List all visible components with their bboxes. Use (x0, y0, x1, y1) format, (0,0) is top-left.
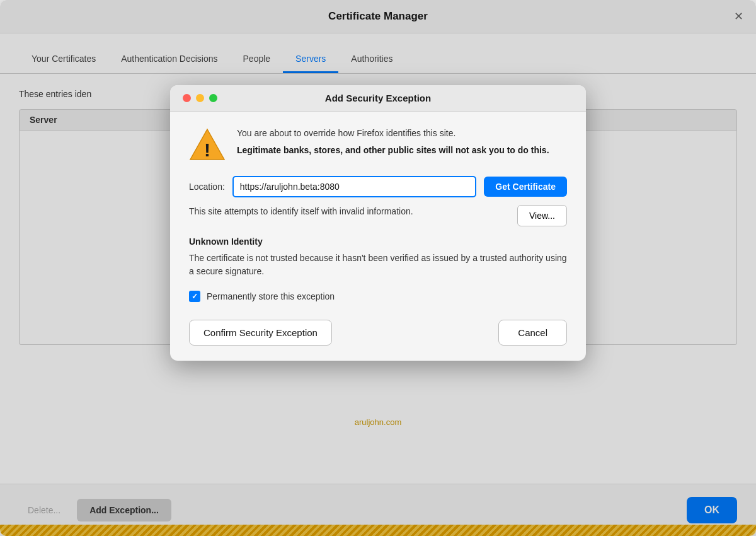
unknown-identity-label: Unknown Identity (189, 236, 567, 247)
cancel-button[interactable]: Cancel (498, 320, 567, 346)
warning-icon: ! (189, 127, 226, 163)
warning-section: ! You are about to override how Firefox … (189, 127, 567, 163)
warning-text: You are about to override how Firefox id… (237, 127, 567, 161)
dialog-title: Add Security Exception (325, 93, 431, 103)
trust-text: The certificate is not trusted because i… (189, 252, 567, 278)
svg-text:!: ! (204, 139, 210, 160)
permanently-store-checkbox[interactable] (189, 291, 200, 302)
location-input[interactable] (232, 176, 476, 197)
warning-line2: Legitimate banks, stores, and other publ… (237, 145, 549, 155)
add-security-exception-dialog: Add Security Exception ! You are about t… (170, 85, 586, 361)
location-row: Location: Get Certificate (189, 176, 567, 197)
dialog-title-bar: Add Security Exception (170, 85, 586, 112)
get-certificate-button[interactable]: Get Certificate (484, 177, 567, 197)
cert-info-section: This site attempts to identify itself wi… (189, 205, 567, 226)
traffic-light-yellow[interactable] (196, 94, 204, 102)
dialog-buttons: Confirm Security Exception Cancel (189, 317, 567, 346)
checkbox-row: Permanently store this exception (189, 291, 567, 302)
dialog-body: ! You are about to override how Firefox … (170, 112, 586, 361)
traffic-lights (183, 94, 217, 102)
confirm-security-exception-button[interactable]: Confirm Security Exception (189, 320, 332, 346)
cert-info-paragraph: This site attempts to identify itself wi… (189, 205, 510, 218)
traffic-light-red[interactable] (183, 94, 191, 102)
checkbox-label: Permanently store this exception (207, 291, 335, 301)
warning-line1: You are about to override how Firefox id… (237, 127, 567, 140)
traffic-light-green[interactable] (209, 94, 217, 102)
location-label: Location: (189, 182, 225, 192)
cert-info-text: This site attempts to identify itself wi… (189, 205, 510, 218)
view-button[interactable]: View... (517, 205, 567, 226)
